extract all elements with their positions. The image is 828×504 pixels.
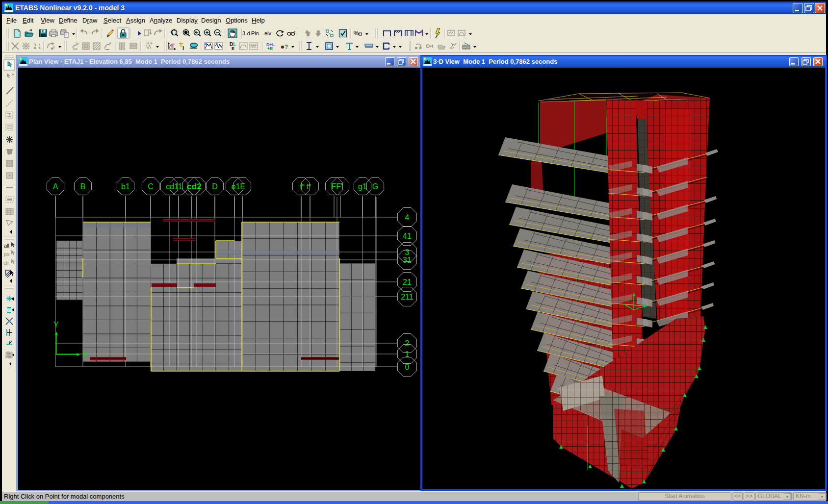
svg-text:4: 4 — [405, 213, 410, 222]
svg-text:elv: elv — [264, 30, 272, 36]
svg-text:21: 21 — [403, 278, 412, 286]
svg-text:E: E — [232, 46, 234, 51]
svg-text:3-d: 3-d — [242, 30, 250, 36]
svg-text:Pln: Pln — [251, 30, 259, 36]
svg-text:all: all — [4, 243, 9, 249]
svg-text:cd11: cd11 — [166, 182, 182, 191]
svg-text:3: 3 — [405, 248, 410, 256]
svg-text:B: B — [80, 182, 86, 191]
svg-text:E: E — [76, 41, 78, 45]
svg-text:2: 2 — [405, 339, 410, 348]
svg-text:I: I — [182, 45, 184, 51]
svg-text:FF': FF' — [332, 182, 343, 191]
svg-text:0: 0 — [405, 363, 410, 371]
svg-text:ps: ps — [4, 251, 10, 257]
svg-text:211: 211 — [401, 293, 414, 301]
svg-text:D: D — [212, 182, 218, 191]
svg-text:E: E — [171, 44, 174, 49]
svg-text:C: C — [148, 182, 154, 191]
svg-text:e1E: e1E — [232, 182, 245, 191]
svg-text:31: 31 — [403, 256, 412, 264]
svg-text:X: X — [82, 351, 88, 359]
svg-text:cd2: cd2 — [187, 182, 201, 191]
svg-text:+E: +E — [267, 46, 273, 51]
svg-text:A: A — [53, 182, 58, 191]
svg-text:g1: g1 — [358, 182, 367, 191]
svg-text:?: ? — [285, 44, 288, 50]
svg-text:41: 41 — [403, 232, 412, 240]
svg-text:%: % — [354, 30, 359, 37]
svg-text:Y: Y — [53, 321, 59, 329]
svg-text:b1: b1 — [121, 182, 130, 191]
svg-text:clr: clr — [3, 260, 9, 266]
svg-text:G: G — [372, 182, 378, 191]
svg-text:f" f": f" f" — [300, 182, 311, 191]
